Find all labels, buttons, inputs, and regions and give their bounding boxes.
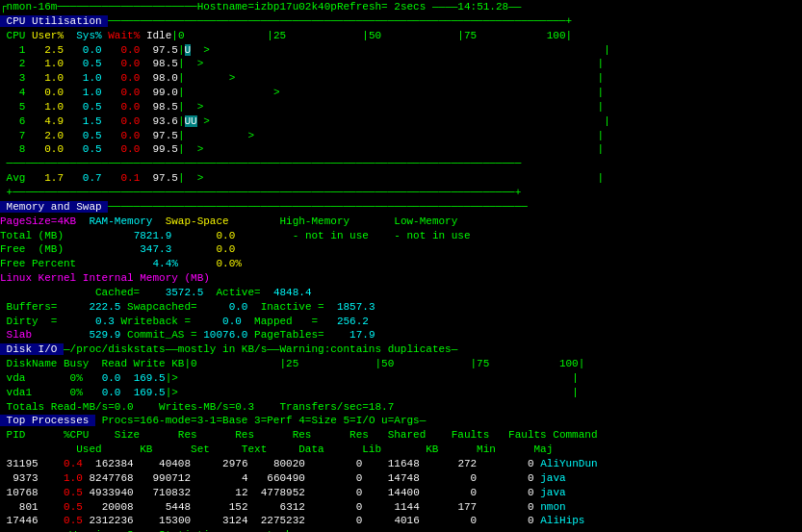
- hostname: Hostname=izbp17u02k40p: [197, 1, 337, 13]
- cpu-section-header: CPU Utilisation: [0, 15, 108, 27]
- app-title: nmon-16m: [7, 1, 58, 13]
- processes-section-header: Top Processes: [0, 415, 95, 426]
- memory-section-header: Memory and Swap: [0, 201, 108, 213]
- terminal-content: ┌nmon-16m──────────────────────Hostname=…: [0, 0, 802, 532]
- refresh: Refresh= 2secs: [337, 1, 426, 13]
- terminal: ┌nmon-16m──────────────────────Hostname=…: [0, 0, 802, 532]
- time: ——14:51.28—: [445, 1, 515, 13]
- disk-section-header: Disk I/O: [0, 343, 64, 355]
